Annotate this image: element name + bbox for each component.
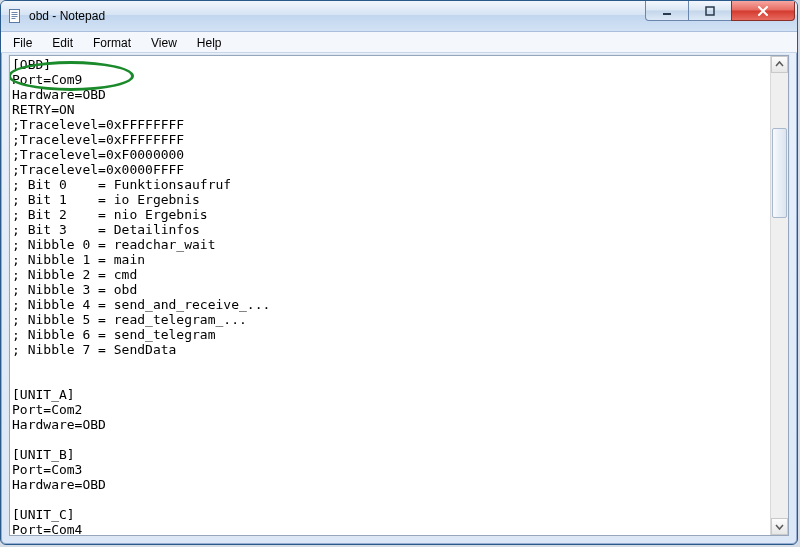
menu-file[interactable]: File [3,32,42,52]
text-editor[interactable]: [OBD] Port=Com9 Hardware=OBD RETRY=ON ;T… [10,56,770,535]
maximize-button[interactable] [688,1,732,21]
window-title: obd - Notepad [29,9,105,23]
maximize-icon [704,5,716,17]
svg-rect-6 [706,7,714,15]
svg-rect-5 [663,13,671,15]
scroll-thumb[interactable] [772,128,787,218]
menu-format[interactable]: Format [83,32,141,52]
minimize-button[interactable] [645,1,689,21]
menu-view[interactable]: View [141,32,187,52]
caption-buttons [646,1,795,21]
menu-edit[interactable]: Edit [42,32,83,52]
titlebar[interactable]: obd - Notepad [1,1,797,32]
scroll-down-button[interactable] [771,518,788,535]
notepad-window: obd - Notepad File Edit Format [0,0,798,545]
chevron-down-icon [775,522,784,531]
notepad-icon [7,8,23,24]
close-button[interactable] [731,1,795,21]
chevron-up-icon [775,60,784,69]
menubar: File Edit Format View Help [1,32,797,53]
menu-help[interactable]: Help [187,32,232,52]
vertical-scrollbar[interactable] [770,56,788,535]
minimize-icon [661,5,673,17]
scroll-up-button[interactable] [771,56,788,73]
scroll-track[interactable] [771,73,788,518]
client-area: [OBD] Port=Com9 Hardware=OBD RETRY=ON ;T… [9,55,789,536]
close-icon [756,5,770,17]
